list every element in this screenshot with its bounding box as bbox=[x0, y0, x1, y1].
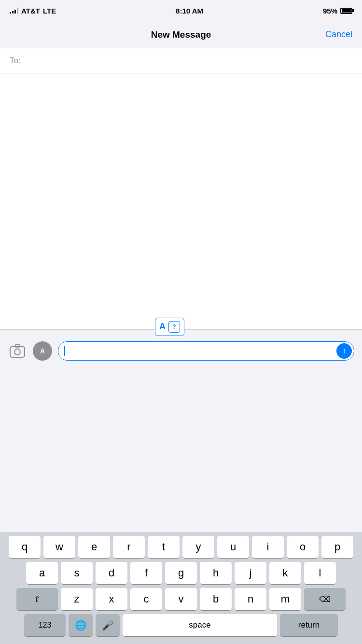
key-g[interactable]: g bbox=[165, 562, 197, 584]
globe-button[interactable]: 🌐 bbox=[69, 614, 93, 636]
carrier-label: AT&T bbox=[21, 7, 40, 15]
return-button[interactable]: return bbox=[280, 614, 338, 636]
battery-percent: 95% bbox=[323, 7, 337, 15]
message-area[interactable] bbox=[0, 73, 362, 329]
cancel-button[interactable]: Cancel bbox=[325, 29, 352, 40]
numbers-button[interactable]: 123 bbox=[24, 614, 66, 636]
appstore-button[interactable]: A bbox=[33, 341, 52, 361]
network-label: LTE bbox=[43, 7, 56, 15]
svg-rect-0 bbox=[10, 347, 25, 357]
key-b[interactable]: b bbox=[200, 588, 232, 610]
key-l[interactable]: l bbox=[304, 562, 336, 584]
key-j[interactable]: j bbox=[235, 562, 266, 584]
shift-button[interactable]: ⇧ bbox=[16, 588, 58, 610]
send-button[interactable]: ↑ bbox=[336, 343, 352, 359]
keyboard-row-1: q w e r t y u i o p bbox=[0, 532, 362, 558]
key-n[interactable]: n bbox=[235, 588, 266, 610]
to-field: To: bbox=[0, 48, 362, 73]
key-q[interactable]: q bbox=[9, 536, 41, 558]
key-v[interactable]: v bbox=[165, 588, 197, 610]
signal-bars-icon bbox=[10, 8, 18, 14]
key-r[interactable]: r bbox=[113, 536, 145, 558]
keyboard: q w e r t y u i o p a s d f g h j k l ⇧ … bbox=[0, 532, 362, 644]
key-k[interactable]: k bbox=[269, 562, 301, 584]
key-i[interactable]: i bbox=[252, 536, 284, 558]
svg-rect-2 bbox=[15, 345, 20, 347]
svg-point-1 bbox=[14, 349, 20, 355]
format-translate-button[interactable]: ? bbox=[168, 321, 180, 333]
status-left: AT&T LTE bbox=[10, 7, 56, 15]
key-f[interactable]: f bbox=[130, 562, 162, 584]
space-button[interactable]: space bbox=[123, 614, 277, 636]
status-right: 95% bbox=[323, 7, 352, 15]
key-w[interactable]: w bbox=[43, 536, 75, 558]
svg-text:A: A bbox=[40, 347, 45, 355]
format-a-label[interactable]: A bbox=[159, 322, 166, 332]
text-cursor bbox=[64, 346, 65, 356]
mic-button[interactable]: 🎤 bbox=[96, 614, 120, 636]
key-s[interactable]: s bbox=[61, 562, 93, 584]
to-input[interactable] bbox=[25, 56, 352, 66]
key-o[interactable]: o bbox=[287, 536, 319, 558]
camera-button[interactable] bbox=[8, 341, 27, 361]
keyboard-row-4: 123 🌐 🎤 space return bbox=[0, 610, 362, 644]
key-a[interactable]: a bbox=[26, 562, 58, 584]
key-x[interactable]: x bbox=[96, 588, 127, 610]
delete-button[interactable]: ⌫ bbox=[304, 588, 346, 610]
keyboard-row-3: ⇧ z x c v b n m ⌫ bbox=[0, 584, 362, 610]
key-d[interactable]: d bbox=[96, 562, 127, 584]
message-input-wrapper[interactable]: A ? ↑ bbox=[58, 341, 354, 361]
input-bar: A A ? ↑ bbox=[0, 329, 362, 372]
key-y[interactable]: y bbox=[182, 536, 214, 558]
key-z[interactable]: z bbox=[61, 588, 93, 610]
time-label: 8:10 AM bbox=[176, 7, 203, 15]
page-title: New Message bbox=[151, 29, 211, 40]
key-p[interactable]: p bbox=[321, 536, 353, 558]
key-u[interactable]: u bbox=[217, 536, 249, 558]
keyboard-row-2: a s d f g h j k l bbox=[0, 558, 362, 584]
battery-icon bbox=[340, 8, 352, 14]
key-e[interactable]: e bbox=[78, 536, 110, 558]
status-bar: AT&T LTE 8:10 AM 95% bbox=[0, 0, 362, 21]
key-c[interactable]: c bbox=[130, 588, 162, 610]
key-m[interactable]: m bbox=[269, 588, 301, 610]
send-arrow-icon: ↑ bbox=[342, 347, 346, 355]
key-h[interactable]: h bbox=[200, 562, 232, 584]
format-popup: A ? bbox=[155, 318, 184, 336]
to-label: To: bbox=[10, 56, 21, 66]
nav-bar: New Message Cancel bbox=[0, 21, 362, 48]
key-t[interactable]: t bbox=[148, 536, 180, 558]
